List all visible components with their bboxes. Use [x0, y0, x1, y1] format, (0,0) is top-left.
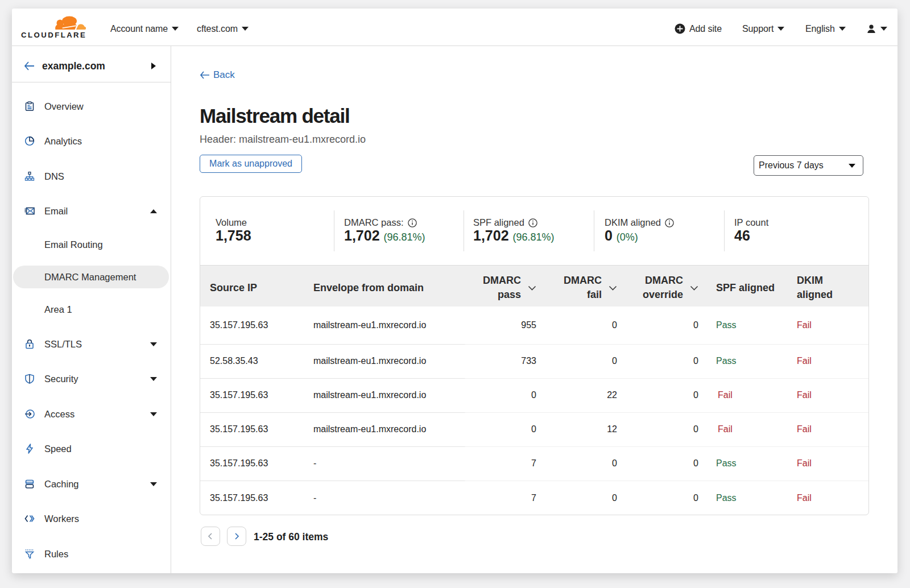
svg-text:CLOUDFLARE: CLOUDFLARE: [21, 31, 86, 39]
